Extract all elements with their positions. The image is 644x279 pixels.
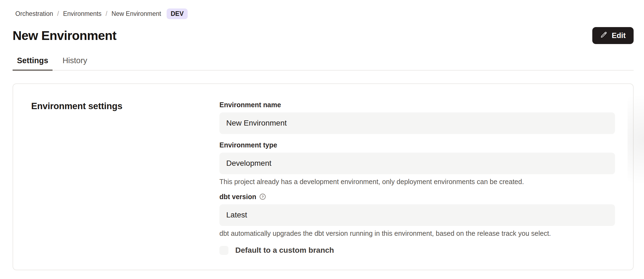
environment-name-label: Environment name xyxy=(219,101,615,109)
custom-branch-checkbox[interactable] xyxy=(219,246,228,255)
breadcrumb: Orchestration / Environments / New Envir… xyxy=(15,0,634,19)
breadcrumb-separator: / xyxy=(106,10,107,18)
tab-history[interactable]: History xyxy=(58,53,91,71)
section-heading: Environment settings xyxy=(31,101,219,111)
field-environment-type: Environment type Development This projec… xyxy=(219,141,615,186)
svg-text:?: ? xyxy=(262,195,264,199)
card-left-column: Environment settings xyxy=(31,101,219,253)
dev-status-badge: DEV xyxy=(167,8,188,19)
custom-branch-row: Default to a custom branch xyxy=(219,246,615,255)
edit-button[interactable]: Edit xyxy=(592,27,634,44)
breadcrumb-environments[interactable]: Environments xyxy=(63,10,101,18)
breadcrumb-orchestration[interactable]: Orchestration xyxy=(15,10,53,18)
card-form-column: Environment name New Environment Environ… xyxy=(219,101,615,253)
field-dbt-version: dbt version ? Latest dbt automatically u… xyxy=(219,193,615,237)
edit-button-label: Edit xyxy=(612,31,626,40)
help-circle-icon[interactable]: ? xyxy=(259,193,266,200)
breadcrumb-separator: / xyxy=(57,10,59,18)
environment-settings-card: Environment settings Environment name Ne… xyxy=(13,83,634,270)
environment-type-input[interactable]: Development xyxy=(219,153,615,174)
field-environment-name: Environment name New Environment xyxy=(219,101,615,134)
dbt-version-label-row: dbt version ? xyxy=(219,193,615,201)
dbt-version-input[interactable]: Latest xyxy=(219,204,615,226)
custom-branch-label: Default to a custom branch xyxy=(235,246,334,255)
environment-type-helper-text: This project already has a development e… xyxy=(219,178,615,186)
environment-type-label: Environment type xyxy=(219,141,615,149)
tab-bar: Settings History xyxy=(13,53,634,71)
dbt-version-label: dbt version xyxy=(219,193,256,201)
pencil-icon xyxy=(600,31,608,40)
title-row: New Environment Edit xyxy=(13,27,634,44)
page-title: New Environment xyxy=(13,28,117,43)
tab-settings[interactable]: Settings xyxy=(13,53,53,71)
breadcrumb-new-environment[interactable]: New Environment xyxy=(111,10,161,18)
environment-name-input[interactable]: New Environment xyxy=(219,112,615,134)
dbt-version-helper-text: dbt automatically upgrades the dbt versi… xyxy=(219,229,615,237)
environment-settings-page: Orchestration / Environments / New Envir… xyxy=(0,0,644,279)
